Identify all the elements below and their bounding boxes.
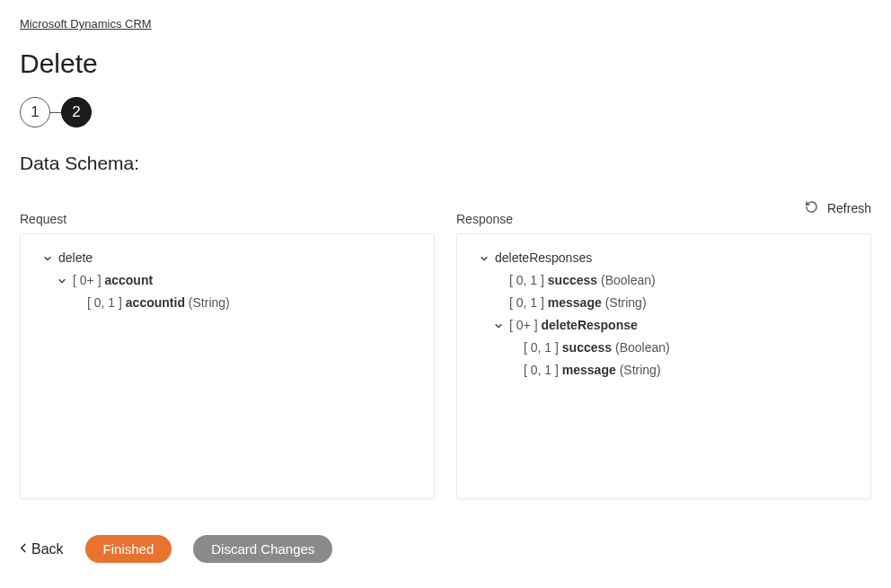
tree-node-name: message <box>562 363 616 377</box>
cardinality: [ 0, 1 ] <box>524 363 559 377</box>
tree-row-success-inner[interactable]: [ 0, 1 ] success (Boolean) <box>473 337 854 359</box>
request-label: Request <box>20 212 435 226</box>
tree-node-name: deleteResponses <box>495 249 592 268</box>
response-column: Response deleteResponses [ 0, 1 ] succes… <box>456 219 871 499</box>
chevron-down-icon[interactable] <box>42 254 53 263</box>
page-title: Delete <box>20 48 871 79</box>
request-panel: delete [ 0+ ] account [ 0, 1 ] accountid… <box>20 233 435 499</box>
tree-node-type: (Boolean) <box>615 340 670 355</box>
cardinality: [ 0, 1 ] <box>509 273 544 287</box>
tree-node-name: success <box>548 273 597 287</box>
tree-row-message-top[interactable]: [ 0, 1 ] message (String) <box>473 292 854 314</box>
tree-node-name: accountid <box>126 295 185 310</box>
tree-row-account[interactable]: [ 0+ ] account <box>37 269 418 292</box>
section-title: Data Schema: <box>20 153 871 174</box>
response-panel: deleteResponses [ 0, 1 ] success (Boolea… <box>456 233 871 499</box>
request-column: Request delete [ 0+ ] account <box>20 219 435 499</box>
tree-row-deleteresponses[interactable]: deleteResponses <box>473 247 854 269</box>
cardinality: [ 0+ ] <box>73 273 101 287</box>
discard-changes-button[interactable]: Discard Changes <box>193 535 332 563</box>
chevron-down-icon[interactable] <box>479 254 490 263</box>
finished-button[interactable]: Finished <box>85 535 172 563</box>
stepper: 1 2 <box>20 97 871 127</box>
tree-node-type: (Boolean) <box>601 273 656 287</box>
step-connector <box>50 112 61 113</box>
tree-node-name: account <box>104 273 153 287</box>
tree-row-success-top[interactable]: [ 0, 1 ] success (Boolean) <box>473 269 854 292</box>
tree-node-name: success <box>562 340 612 355</box>
cardinality: [ 0, 1 ] <box>509 295 544 310</box>
back-label: Back <box>31 541 64 557</box>
response-label: Response <box>456 212 871 226</box>
tree-node-name: deleteResponse <box>541 318 637 332</box>
tree-row-delete[interactable]: delete <box>37 247 418 269</box>
back-button[interactable]: Back <box>20 541 64 557</box>
chevron-down-icon[interactable] <box>493 321 504 330</box>
step-1[interactable]: 1 <box>20 97 50 127</box>
tree-node-type: (String) <box>620 363 661 377</box>
tree-node-type: (String) <box>189 295 230 310</box>
step-2[interactable]: 2 <box>61 97 92 127</box>
tree-node-name: message <box>548 295 602 310</box>
chevron-left-icon <box>20 541 28 557</box>
tree-row-deleteresponse[interactable]: [ 0+ ] deleteResponse <box>473 314 854 337</box>
tree-row-accountid[interactable]: [ 0, 1 ] accountid (String) <box>37 292 418 314</box>
tree-node-name: delete <box>58 249 93 268</box>
cardinality: [ 0+ ] <box>509 318 538 332</box>
chevron-down-icon[interactable] <box>57 276 67 285</box>
cardinality: [ 0, 1 ] <box>87 295 122 310</box>
cardinality: [ 0, 1 ] <box>524 340 559 355</box>
tree-row-message-inner[interactable]: [ 0, 1 ] message (String) <box>473 359 854 382</box>
tree-node-type: (String) <box>605 295 647 310</box>
footer: Back Finished Discard Changes <box>20 535 871 563</box>
breadcrumb-link[interactable]: Microsoft Dynamics CRM <box>20 17 152 31</box>
